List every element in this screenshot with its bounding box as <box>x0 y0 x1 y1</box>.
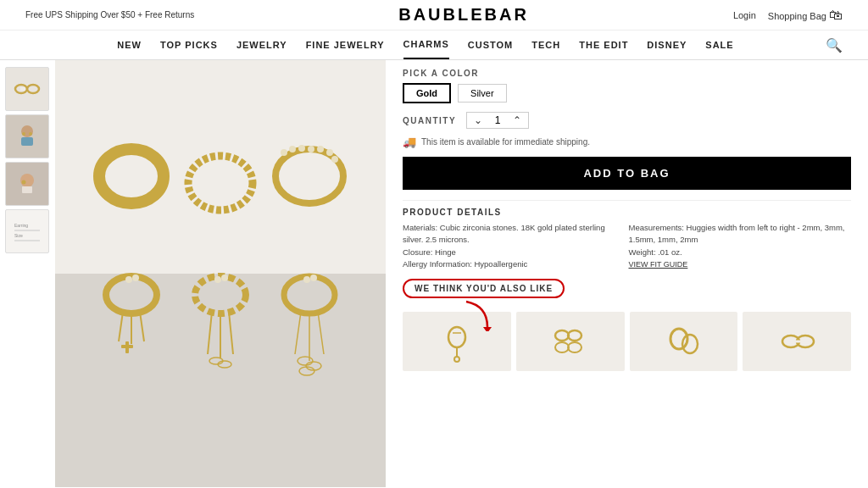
svg-point-50 <box>448 327 465 347</box>
svg-point-6 <box>29 132 32 136</box>
svg-point-23 <box>331 156 338 163</box>
product-details-title: PRODUCT DETAILS <box>403 200 851 217</box>
svg-text:Size: Size <box>14 233 23 238</box>
svg-point-3 <box>21 125 33 137</box>
truck-icon: 🚚 <box>403 136 416 148</box>
svg-point-38 <box>214 276 221 283</box>
product-details-grid: Materials: Cubic zirconia stones. 18K go… <box>403 222 851 270</box>
also-like-item-4[interactable] <box>743 312 851 371</box>
svg-point-15 <box>188 156 253 210</box>
svg-point-44 <box>298 357 313 365</box>
svg-line-35 <box>229 312 233 354</box>
nav-links: NEW TOP PICKS JEWELRY FINE JEWELRY CHARM… <box>25 30 826 59</box>
svg-point-55 <box>568 330 581 341</box>
svg-point-57 <box>568 342 581 352</box>
add-to-bag-button[interactable]: ADD TO BAG <box>403 157 851 190</box>
product-earrings-svg <box>68 92 373 456</box>
svg-point-56 <box>555 342 569 352</box>
nav-item-tech[interactable]: TECH <box>531 31 560 58</box>
nav-item-custom[interactable]: CUSTOM <box>468 31 513 58</box>
shipping-note: 🚚 This item is available for immediate s… <box>403 136 851 148</box>
right-panel: PICK A COLOR Gold Silver QUANTITY ⌄ 1 ⌃ … <box>386 60 868 487</box>
svg-point-54 <box>555 330 569 341</box>
svg-point-30 <box>125 276 132 283</box>
svg-point-39 <box>221 274 228 281</box>
detail-right: Measurements: Huggies width from left to… <box>629 222 852 270</box>
login-link[interactable]: Login <box>733 10 756 20</box>
top-bar-right: Login Shopping Bag 🛍 <box>733 8 843 23</box>
also-like-item-1[interactable] <box>403 312 511 371</box>
shopping-bag-link[interactable]: Shopping Bag 🛍 <box>768 8 843 23</box>
svg-line-33 <box>208 312 212 354</box>
promo-text: Free UPS Shipping Over $50 + Free Return… <box>25 10 194 19</box>
svg-line-41 <box>295 312 301 354</box>
quantity-increase-btn[interactable]: ⌃ <box>513 114 521 126</box>
svg-rect-8 <box>22 186 32 193</box>
quantity-value: 1 <box>489 114 506 126</box>
svg-point-5 <box>22 132 25 136</box>
nav-item-top-picks[interactable]: TOP PICKS <box>160 31 218 58</box>
thumbnail-3[interactable] <box>5 162 49 206</box>
nav-item-jewelry[interactable]: JEWELRY <box>236 31 287 58</box>
svg-line-43 <box>318 312 324 354</box>
svg-point-52 <box>454 357 459 362</box>
quantity-decrease-btn[interactable]: ⌄ <box>474 114 482 126</box>
svg-rect-4 <box>21 137 33 146</box>
nav-item-disney[interactable]: DISNEY <box>647 31 687 58</box>
main-nav: NEW TOP PICKS JEWELRY FINE JEWELRY CHARM… <box>0 30 868 60</box>
thumbnail-list: Earring Size <box>0 60 55 487</box>
svg-point-58 <box>670 329 687 349</box>
svg-point-59 <box>682 335 698 353</box>
svg-line-27 <box>140 312 144 341</box>
also-like-title: WE THINK YOU'D ALSO LIKE <box>403 279 565 298</box>
shipping-note-text: This item is available for immediate shi… <box>421 137 590 147</box>
top-bar: Free UPS Shipping Over $50 + Free Return… <box>0 0 868 30</box>
svg-point-9 <box>22 180 26 185</box>
thumbnail-4[interactable]: Earring Size <box>5 209 49 253</box>
svg-rect-2 <box>20 87 25 91</box>
svg-point-47 <box>303 276 310 283</box>
nav-item-fine-jewelry[interactable]: FINE JEWELRY <box>306 31 385 58</box>
also-like-item-3[interactable] <box>630 312 738 371</box>
search-icon[interactable]: 🔍 <box>826 37 843 53</box>
svg-text:Earring: Earring <box>14 223 28 228</box>
brand-logo[interactable]: BAUBLEBAR <box>398 5 529 25</box>
svg-rect-29 <box>121 345 133 348</box>
nav-item-the-edit[interactable]: THE EDIT <box>579 31 628 58</box>
svg-point-7 <box>20 174 34 187</box>
svg-point-48 <box>310 274 317 281</box>
thumbnail-1[interactable] <box>5 67 49 111</box>
svg-point-20 <box>308 146 314 152</box>
quantity-controls: ⌄ 1 ⌃ <box>466 112 529 129</box>
svg-point-22 <box>326 149 333 156</box>
main-content: Earring Size <box>0 60 868 487</box>
thumbnail-2[interactable] <box>5 114 49 158</box>
svg-point-21 <box>317 146 324 152</box>
also-like-grid <box>403 312 851 371</box>
nav-item-new[interactable]: NEW <box>117 31 142 58</box>
svg-line-25 <box>119 312 123 341</box>
also-like-item-2[interactable] <box>516 312 625 371</box>
fit-guide-link[interactable]: VIEW FIT GUIDE <box>629 260 688 269</box>
bag-icon: 🛍 <box>829 8 843 22</box>
nav-item-sale[interactable]: SALE <box>705 31 733 58</box>
svg-point-14 <box>99 149 164 203</box>
also-like-section: WE THINK YOU'D ALSO LIKE <box>403 279 851 371</box>
color-label: PICK A COLOR <box>403 69 851 78</box>
quantity-row: QUANTITY ⌄ 1 ⌃ <box>403 112 851 129</box>
svg-point-18 <box>289 146 296 152</box>
nav-item-charms[interactable]: CHARMS <box>403 30 449 59</box>
quantity-label: QUANTITY <box>403 116 456 125</box>
detail-left: Materials: Cubic zirconia stones. 18K go… <box>403 222 626 270</box>
color-silver-btn[interactable]: Silver <box>458 84 507 103</box>
svg-point-19 <box>298 145 305 152</box>
svg-point-1 <box>27 85 39 93</box>
svg-point-31 <box>132 274 139 281</box>
color-gold-btn[interactable]: Gold <box>403 83 451 103</box>
product-image-area <box>55 60 386 487</box>
svg-point-17 <box>281 149 287 156</box>
color-options: Gold Silver <box>403 83 851 103</box>
